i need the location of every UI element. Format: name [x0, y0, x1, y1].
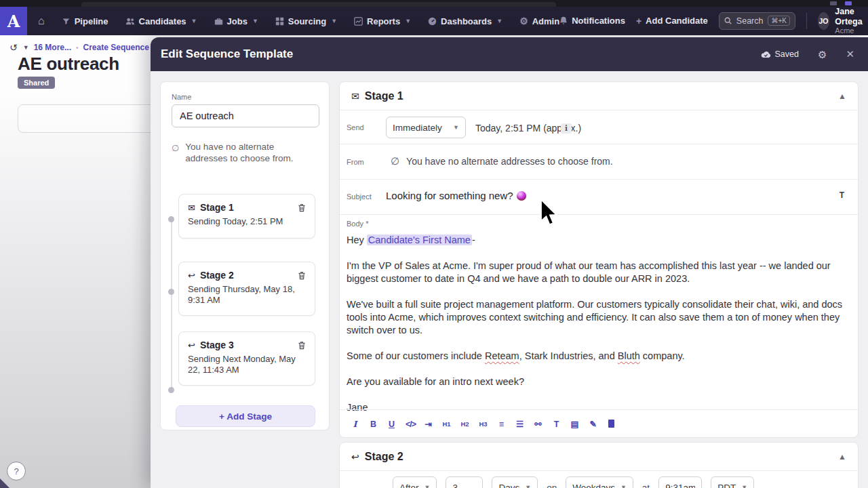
- heading2-icon[interactable]: H2: [460, 421, 469, 428]
- user-name: Jane Ortega: [835, 7, 868, 26]
- reply-icon: ↩: [188, 270, 195, 281]
- breadcrumb-create-sequence[interactable]: Create Sequence: [83, 43, 149, 52]
- timezone-select[interactable]: PDT▼: [711, 476, 754, 488]
- stage2-editor: ↩ Stage 2 ▲ After▼ Days▼ on Weekdays▼ at…: [339, 442, 859, 488]
- close-icon[interactable]: ✕: [846, 48, 854, 60]
- candidate-first-name-token[interactable]: Candidate's First Name: [367, 235, 472, 245]
- sequence-name-input[interactable]: [172, 104, 319, 127]
- no-alternate-addresses-note: ∅ You have no alternate addresses to cho…: [172, 142, 317, 165]
- stage1-header: ✉ Stage 1 ▲: [340, 82, 858, 110]
- shared-badge: Shared: [18, 77, 55, 89]
- add-candidate-button[interactable]: + Add Candidate: [636, 16, 708, 26]
- modal-title: Edit Sequence Template: [161, 47, 293, 61]
- nav-item-candidates[interactable]: Candidates▼: [125, 16, 197, 26]
- briefcase-icon: [214, 17, 223, 26]
- nav-item-pipeline[interactable]: Pipeline: [62, 16, 108, 26]
- code-icon[interactable]: </>: [406, 420, 414, 429]
- browser-extension-icon: [845, 1, 852, 5]
- dashboard-icon: [428, 17, 437, 26]
- timeline-dot: [168, 387, 174, 393]
- page-title: AE outreach: [18, 54, 119, 75]
- document-icon[interactable]: [607, 420, 616, 430]
- sourcing-icon: [275, 17, 284, 26]
- chevron-down-icon: ▼: [331, 18, 337, 24]
- text-token-icon[interactable]: T: [552, 420, 561, 429]
- insert-token-button[interactable]: T: [840, 190, 844, 200]
- nav-item-reports[interactable]: Reports▼: [354, 16, 411, 26]
- search-icon: [724, 17, 732, 24]
- browser-window-icon: [830, 1, 837, 5]
- insert-token-icon[interactable]: ⇥: [424, 420, 433, 429]
- heading3-icon[interactable]: H3: [479, 421, 488, 428]
- body-editor[interactable]: Hey Candidate's First Name- I'm the VP o…: [347, 234, 847, 427]
- crystal-ball-emoji: [517, 191, 526, 201]
- stage-timeline: [171, 219, 172, 390]
- chevron-down-icon: ▼: [453, 124, 459, 131]
- collapse-icon[interactable]: ▲: [838, 452, 846, 462]
- signature-icon[interactable]: ✎: [589, 420, 597, 429]
- subject-input[interactable]: Looking for something new?: [386, 190, 526, 201]
- image-icon[interactable]: ▤: [570, 420, 579, 429]
- collapse-icon[interactable]: ▲: [838, 92, 846, 101]
- reply-icon: ↩: [351, 451, 359, 462]
- notifications-button[interactable]: Notifications: [559, 16, 625, 26]
- bell-icon: [559, 16, 568, 25]
- chevron-down-icon[interactable]: ▼: [23, 44, 29, 51]
- null-icon: ∅: [172, 143, 179, 165]
- italic-icon[interactable]: I: [351, 420, 359, 429]
- saved-status: Saved: [761, 49, 799, 59]
- unit-select[interactable]: Days▼: [492, 476, 538, 488]
- chevron-down-icon: ▼: [496, 18, 502, 24]
- nav-item-admin[interactable]: ⚙ Admin: [519, 16, 559, 26]
- bullet-list-icon[interactable]: ☰: [515, 420, 524, 429]
- day-count-input[interactable]: [446, 476, 483, 488]
- ordered-list-icon[interactable]: ≡: [497, 420, 506, 429]
- link-icon[interactable]: ⚯: [534, 420, 542, 429]
- trash-icon[interactable]: [298, 341, 306, 350]
- people-icon: [125, 17, 135, 26]
- home-icon[interactable]: ⌂: [38, 16, 45, 26]
- stage2-schedule-controls: After▼ Days▼ on Weekdays▼ at PDT▼: [393, 476, 754, 488]
- misspelled-word: Bluth: [618, 350, 640, 361]
- trash-icon[interactable]: [298, 203, 306, 212]
- bold-icon[interactable]: B: [369, 420, 378, 429]
- body-label: Body *: [347, 220, 368, 228]
- send-timing-select[interactable]: Immediately ▼: [386, 117, 466, 138]
- time-input[interactable]: [658, 476, 702, 488]
- divider: [806, 13, 807, 29]
- underline-icon[interactable]: U: [387, 420, 396, 429]
- heading1-icon[interactable]: H1: [442, 421, 451, 428]
- app-logo[interactable]: A: [0, 7, 27, 35]
- stage-card-3[interactable]: ↩ Stage 3 Sending Next Monday, May 22, 1…: [178, 331, 315, 386]
- help-button[interactable]: ?: [7, 462, 26, 481]
- history-icon[interactable]: ↺: [9, 42, 18, 53]
- stage-card-2[interactable]: ↩ Stage 2 Sending Thursday, May 18, 9:31…: [178, 262, 315, 316]
- trash-icon[interactable]: [298, 271, 306, 280]
- after-select[interactable]: After▼: [393, 476, 437, 488]
- settings-icon[interactable]: ⚙: [818, 49, 827, 60]
- search-input[interactable]: Search ⌘+K: [719, 12, 795, 30]
- breadcrumb-more[interactable]: 16 More...: [34, 43, 71, 52]
- user-menu[interactable]: JO Jane Ortega Acme ▼: [818, 7, 868, 35]
- browser-chrome: [0, 0, 868, 7]
- stage-card-1[interactable]: ✉ Stage 1 Sending Today, 2:51 PM: [178, 194, 315, 239]
- sequence-sidebar: Name ∅ You have no alternate addresses t…: [160, 81, 330, 430]
- add-stage-button[interactable]: + Add Stage: [176, 405, 315, 427]
- body-paragraph-1: I'm the VP of Sales at Acme. I'm super p…: [347, 260, 847, 285]
- editor-toolbar: I B U </> ⇥ H1 H2 H3 ≡ ☰ ⚯ T ▤ ✎: [340, 409, 858, 439]
- on-label: on: [547, 483, 557, 488]
- subject-label: Subject: [347, 192, 372, 201]
- nav-item-dashboards[interactable]: Dashboards▼: [428, 16, 502, 26]
- app-navbar: A ⌂ Pipeline Candidates▼ Jobs▼ Sourcing▼…: [0, 7, 868, 35]
- nav-item-jobs[interactable]: Jobs▼: [214, 16, 258, 26]
- from-no-addresses-note: ∅ You have no alternate addresses to cho…: [391, 155, 613, 167]
- plus-icon: +: [636, 16, 642, 26]
- info-icon[interactable]: i: [561, 123, 572, 134]
- chart-icon: [354, 17, 363, 26]
- nav-item-sourcing[interactable]: Sourcing▼: [275, 16, 337, 26]
- corner-decoration: [0, 479, 11, 488]
- body-paragraph-3: Some of our customers include Reteam, St…: [347, 350, 847, 363]
- chevron-down-icon: ▼: [191, 18, 197, 24]
- weekdays-select[interactable]: Weekdays▼: [566, 476, 633, 488]
- timeline-dot: [168, 216, 174, 222]
